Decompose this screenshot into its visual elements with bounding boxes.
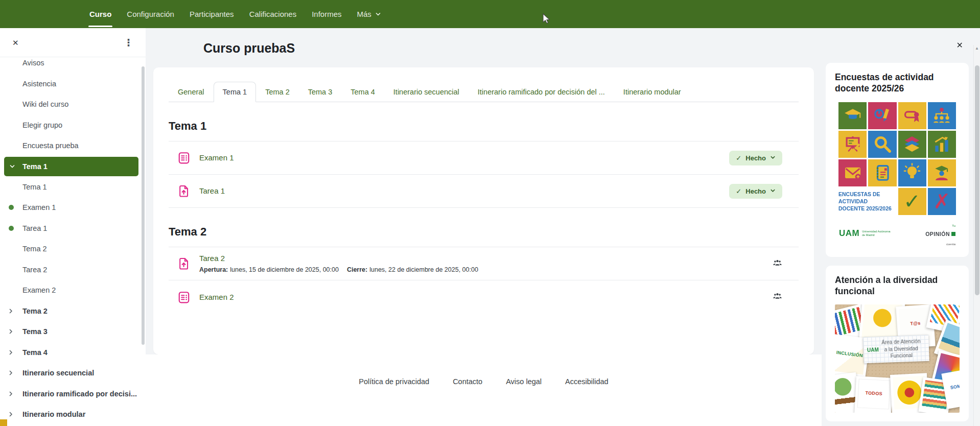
footer-item-aviso-legal: Aviso legal <box>494 377 553 386</box>
nav-link-participantes[interactable]: Participantes <box>182 0 242 28</box>
cross-icon: ✗ <box>934 191 951 211</box>
notebook-icon <box>873 163 892 182</box>
opinion-logo: Tu OPINIÓN cuenta <box>925 220 955 247</box>
poster-text: ENCUESTAS DE ACTIVIDAD DOCENTE 2025/2026 <box>838 188 897 215</box>
page-scrollbar[interactable]: ▲ <box>973 45 980 426</box>
groups-icon[interactable] <box>773 291 782 303</box>
sidebar-item-label: Tema 4 <box>22 348 48 357</box>
sidebar-item-tema-2[interactable]: Tema 2 <box>0 301 146 322</box>
block-diversidad-title: Atención a la diversidad funcional <box>835 274 960 297</box>
sidebar-item-label: Examen 1 <box>22 203 56 211</box>
course-index-scrollbar[interactable] <box>142 66 145 345</box>
activity-link-examen-2[interactable]: Examen 2 <box>199 293 234 301</box>
block-diversidad: Atención a la diversidad funcional T@sIN… <box>826 266 969 421</box>
tab-itinerario-secuencial[interactable]: Itinerario secuencial <box>384 82 469 102</box>
nav-item-configuracion: Configuración <box>119 0 182 28</box>
sidebar-item-tema-1[interactable]: Tema 1 <box>4 157 138 176</box>
diversidad-collage-image[interactable]: T@sINCLUSIÓNTODOSSOMOS UAM Área de Atenc… <box>835 304 960 413</box>
sidebar-item-asistencia[interactable]: Asistencia <box>0 74 146 94</box>
poster-tile <box>898 102 926 129</box>
sidebar-item-itinerario-modular[interactable]: Itinerario modular <box>0 404 146 425</box>
encuestas-poster-image[interactable]: ENCUESTAS DE ACTIVIDAD DOCENTE 2025/2026… <box>838 102 956 247</box>
sidebar-item-tema-1[interactable]: Tema 1 <box>0 177 146 198</box>
mouse-cursor <box>543 13 551 26</box>
sidebar-item-itinerario-secuencial[interactable]: Itinerario secuencial <box>0 363 146 384</box>
completion-badge[interactable]: ✓Hecho <box>729 184 782 199</box>
activity-actions: ✓Hecho <box>729 184 782 199</box>
chevron-right-icon[interactable] <box>8 349 14 356</box>
activity-link-examen-1[interactable]: Examen 1 <box>199 153 234 162</box>
tab-tema-4[interactable]: Tema 4 <box>341 82 384 102</box>
sidebar-item-examen-1[interactable]: Examen 1 <box>0 197 146 218</box>
sidebar-item-elegir-grupo[interactable]: Elegir grupo <box>0 115 146 136</box>
label-line: Funcional <box>890 352 913 359</box>
nav-link-informes[interactable]: Informes <box>304 0 349 28</box>
tab-tema-1[interactable]: Tema 1 <box>214 82 256 102</box>
pencil-icon <box>873 106 892 125</box>
collage-polaroid: TODOS <box>854 376 893 413</box>
chevron-right-icon[interactable] <box>8 328 14 335</box>
sidebar-item-label: Tema 1 <box>22 162 48 171</box>
tab-itinerario-ramificado-por-decision-del[interactable]: Itinerario ramificado por decisión del .… <box>469 82 614 102</box>
sidebar-item-wiki-del-curso[interactable]: Wiki del curso <box>0 94 146 115</box>
block-encuestas-title: Encuestas de actividad docente 2025/26 <box>835 72 960 94</box>
chevron-down-icon <box>770 187 776 195</box>
activity-actions: ✓Hecho <box>729 151 782 165</box>
sidebar-item-itinerario-ramificado-por-decisi[interactable]: Itinerario ramificado por decisi... <box>0 384 146 405</box>
sidebar-item-tarea-1[interactable]: Tarea 1 <box>0 218 146 239</box>
course-main-region: Curso pruebaS GeneralTema 1Tema 2Tema 3T… <box>146 28 822 426</box>
sidebar-item-label: Examen 2 <box>22 286 56 294</box>
date-label: Apertura: <box>199 266 228 273</box>
completion-badge[interactable]: ✓Hecho <box>729 151 782 165</box>
footer-item-politica-de-privacidad: Política de privacidad <box>347 377 441 386</box>
close-course-index-button[interactable]: ✕ <box>12 39 19 46</box>
tab-tema-2[interactable]: Tema 2 <box>256 82 299 102</box>
nav-item-mas: Más <box>349 0 389 28</box>
footer-link-aviso-legal[interactable]: Aviso legal <box>494 377 553 386</box>
activity-row-examen-2: Examen 2 <box>169 280 799 314</box>
section-tabs: GeneralTema 1Tema 2Tema 3Tema 4Itinerari… <box>169 67 799 102</box>
diploma-icon <box>902 106 922 125</box>
sidebar-item-tema-4[interactable]: Tema 4 <box>0 342 146 363</box>
close-blocks-drawer-button[interactable]: ✕ <box>956 40 963 50</box>
activity-actions <box>773 258 782 270</box>
sidebar-item-label: Tarea 2 <box>22 266 47 274</box>
footer-link-contacto[interactable]: Contacto <box>441 377 494 386</box>
nav-link-configuracion[interactable]: Configuración <box>119 0 182 28</box>
sidebar-item-tarea-2[interactable]: Tarea 2 <box>0 259 146 280</box>
check-icon: ✓ <box>903 191 921 211</box>
footer-link-politica-de-privacidad[interactable]: Política de privacidad <box>347 377 441 386</box>
magnifier-icon <box>873 134 892 154</box>
poster-tile <box>868 102 896 129</box>
sidebar-item-tema-3[interactable]: Tema 3 <box>0 321 146 342</box>
nav-link-calificaciones[interactable]: Calificaciones <box>242 0 305 28</box>
groups-icon[interactable] <box>773 258 782 270</box>
page-scrollbar-thumb[interactable] <box>975 65 979 295</box>
sidebar-item-label: Tema 2 <box>22 245 47 253</box>
sidebar-item-examen-2[interactable]: Examen 2 <box>0 280 146 301</box>
chevron-right-icon[interactable] <box>8 411 14 417</box>
course-index-drawer: ✕ ⋮ AvisosAsistenciaWiki del cursoElegir… <box>0 28 146 426</box>
uam-logo: UAM Universidad Autónoma de Madrid <box>839 228 892 239</box>
footer-link-accesibilidad[interactable]: Accesibilidad <box>553 377 620 386</box>
scrollbar-up-arrow[interactable]: ▲ <box>974 45 980 52</box>
nav-link-curso[interactable]: Curso <box>82 0 119 28</box>
primary-navigation: CursoConfiguraciónParticipantesCalificac… <box>0 0 389 28</box>
chevron-right-icon[interactable] <box>8 308 14 314</box>
nav-link-mas[interactable]: Más <box>349 0 389 28</box>
sidebar-item-encuesta-prueba[interactable]: Encuesta prueba <box>0 135 146 156</box>
tab-tema-3[interactable]: Tema 3 <box>299 82 342 102</box>
tab-general[interactable]: General <box>169 82 214 102</box>
poster-tile <box>928 102 956 129</box>
sidebar-item-avisos[interactable]: Avisos <box>0 57 146 74</box>
chevron-right-icon[interactable] <box>8 391 14 397</box>
chevron-right-icon[interactable] <box>8 370 14 376</box>
activity-link-tarea-1[interactable]: Tarea 1 <box>199 186 225 195</box>
tab-itinerario-modular[interactable]: Itinerario modular <box>614 82 690 102</box>
course-index-menu-button[interactable]: ⋮ <box>124 38 133 48</box>
activity-link-tarea-2[interactable]: Tarea 2 <box>199 254 225 263</box>
date-value: lunes, 15 de diciembre de 2025, 00:00 <box>230 266 339 273</box>
sidebar-item-tema-2[interactable]: Tema 2 <box>0 239 146 259</box>
poster-tile <box>838 159 867 186</box>
check-icon: ✓ <box>736 154 741 162</box>
